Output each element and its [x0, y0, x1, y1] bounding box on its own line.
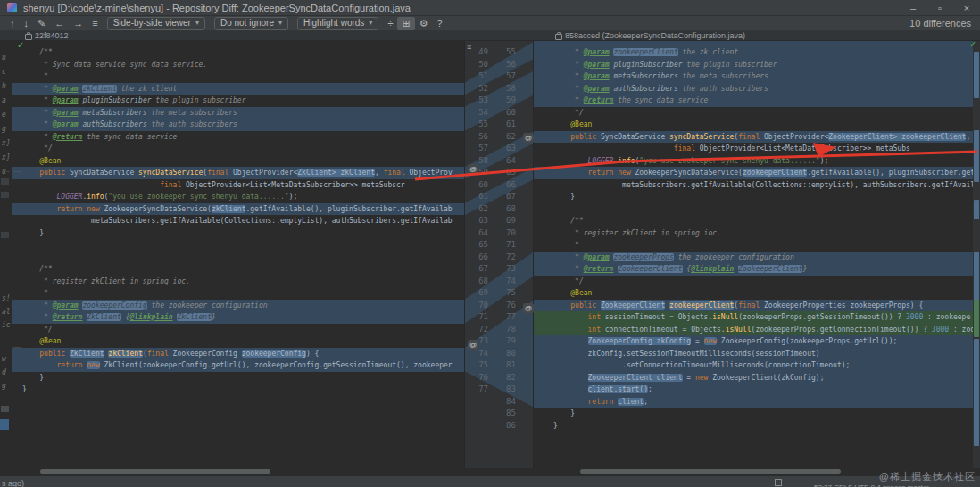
- sliver-glyph: e: [2, 111, 6, 119]
- collapse-unchanged-icon[interactable]: ÷: [383, 17, 397, 30]
- viewer-mode-dropdown[interactable]: Side-by-side viewer ▾: [107, 17, 205, 30]
- help-button[interactable]: ?: [433, 17, 447, 30]
- code-line: @Bean: [534, 119, 973, 131]
- line-number: 72: [465, 324, 488, 336]
- left-revision: 22f84012: [25, 31, 69, 41]
- line-number: 70: [506, 227, 529, 240]
- line-number: 84: [506, 396, 529, 409]
- ignore-policy-dropdown[interactable]: Do not ignore ▾: [214, 17, 288, 30]
- chevron-down-icon: ▾: [195, 18, 199, 29]
- code-line: * @return the sync data service: [12, 131, 464, 144]
- settings-gear-icon[interactable]: ⚙: [415, 17, 433, 30]
- annotate-marker-icon[interactable]: @: [523, 303, 534, 313]
- line-number: 66: [506, 179, 529, 192]
- background-window-sliver: uchaegx]x]u-s!alicwdg: [0, 41, 12, 468]
- code-line: [534, 203, 973, 216]
- maximize-button[interactable]: ▫: [926, 0, 953, 16]
- change-stripe-mark[interactable]: [974, 200, 979, 219]
- change-stripe-mark[interactable]: [974, 252, 979, 307]
- breadcrumb-toggle-icon[interactable]: ≡: [467, 43, 471, 52]
- line-number: 85: [506, 408, 529, 420]
- line-number: 81: [506, 359, 529, 372]
- code-line: * register zkClient in spring ioc.: [534, 227, 973, 240]
- code-line: }: [12, 384, 464, 396]
- code-line: *: [12, 287, 464, 300]
- edit-source-icon[interactable]: ✎: [33, 17, 50, 30]
- sliver-glyph: s!: [2, 294, 11, 302]
- code-line: metaSubscribers.getIfAvailable(Collectio…: [534, 179, 973, 192]
- code-line: * @param metaSubscribers the meta subscr…: [534, 70, 973, 83]
- line-number: 55: [465, 119, 488, 131]
- line-number: 67: [506, 191, 529, 203]
- highlight-policy-label: Highlight words: [303, 18, 364, 29]
- forward-icon[interactable]: →: [69, 17, 87, 30]
- highlight-policy-dropdown[interactable]: Highlight words ▾: [297, 17, 378, 30]
- right-horizontal-scrollbar[interactable]: [580, 469, 841, 474]
- horizontal-scroll-area: [0, 468, 980, 475]
- line-number: 57: [506, 70, 529, 83]
- right-editor[interactable]: * @param zookeeperClient the zk client *…: [534, 41, 973, 468]
- line-number: 77: [465, 384, 488, 396]
- minimize-button[interactable]: –: [900, 0, 926, 16]
- next-difference-icon[interactable]: ↓: [20, 17, 34, 30]
- line-number: 65: [506, 167, 529, 179]
- ignore-policy-label: Do not ignore: [220, 18, 274, 29]
- code-line: return client;: [534, 396, 973, 409]
- line-number: 56: [506, 59, 529, 71]
- line-number: 71: [465, 311, 488, 324]
- left-horizontal-scrollbar[interactable]: [40, 469, 270, 474]
- line-number: 80: [506, 348, 529, 360]
- lock-icon: [555, 34, 562, 40]
- code-line: }: [534, 408, 973, 420]
- close-button[interactable]: ×: [953, 0, 980, 16]
- code-line: return new ZookeeperSyncDataService(zook…: [534, 167, 973, 179]
- code-line: */: [534, 276, 973, 288]
- error-stripe-scrollbar[interactable]: [973, 41, 980, 468]
- line-number: 75: [465, 359, 488, 372]
- code-line: /**: [534, 215, 973, 227]
- line-number: 65: [465, 239, 488, 252]
- left-editor[interactable]: /** * Sync data service sync data servic…: [12, 41, 464, 468]
- chevron-down-icon: ▾: [278, 18, 282, 29]
- window-indicator-icon: [775, 479, 782, 486]
- annotate-marker-icon[interactable]: @: [468, 340, 478, 350]
- code-line: metaSubscribers.getIfAvailable(Collectio…: [12, 215, 464, 227]
- annotate-marker-icon[interactable]: @: [523, 133, 534, 143]
- line-number: 63: [465, 215, 488, 227]
- change-stripe-mark[interactable]: [974, 52, 979, 98]
- previous-difference-icon[interactable]: ↑: [5, 17, 20, 30]
- fold-region-icon[interactable]: —: [13, 343, 21, 351]
- code-line: @Bean: [12, 335, 464, 348]
- change-stripe-mark[interactable]: [974, 130, 979, 182]
- synchronize-scrolling-icon[interactable]: ⊞: [397, 17, 414, 30]
- inserted-stripe-mark[interactable]: [974, 300, 979, 337]
- code-line: * @param zookeeperConfig the zookeeper c…: [12, 300, 464, 312]
- change-stripe-mark[interactable]: [974, 339, 979, 446]
- code-line: */: [12, 324, 464, 336]
- status-widgets[interactable]: 52:37 CRLF UTF-8 4 spaces master: [814, 483, 929, 487]
- code-line: public ZookeeperClient zookeeperClient(f…: [534, 300, 973, 312]
- back-icon[interactable]: ←: [50, 17, 69, 30]
- code-line: * @param zookeeperProps the zookeeper co…: [534, 252, 973, 264]
- sliver-glyph: c: [2, 68, 6, 76]
- code-line: * @param pluginSubscriber the plugin sub…: [12, 95, 464, 107]
- changed-files-list-icon[interactable]: ≡: [87, 17, 102, 30]
- annotate-marker-icon[interactable]: @: [468, 164, 478, 174]
- code-line: * @param zkClient the zk client: [12, 83, 464, 95]
- line-number: 51: [465, 70, 488, 83]
- fold-region-icon[interactable]: —: [13, 167, 21, 176]
- no-more-changes-check-icon: ✓: [969, 39, 976, 49]
- line-number: 62: [465, 203, 488, 216]
- sliver-glyph: d: [2, 368, 6, 376]
- code-line: ZookeeperClient client = new ZookeeperCl…: [534, 372, 973, 384]
- sliver-block: [1, 232, 9, 238]
- code-line: */: [534, 107, 973, 120]
- line-number: 64: [465, 227, 488, 240]
- code-line: return new ZkClient(zookeeperConfig.getU…: [12, 359, 464, 372]
- line-number: 68: [465, 276, 488, 288]
- code-line: public SyncDataService syncDataService(f…: [534, 131, 973, 144]
- code-line: }: [12, 372, 464, 384]
- lock-icon: [25, 34, 32, 40]
- sliver-glyph: ic: [2, 321, 11, 329]
- revision-header: 22f84012 858acced (ZookeeperSyncDataConf…: [0, 31, 980, 41]
